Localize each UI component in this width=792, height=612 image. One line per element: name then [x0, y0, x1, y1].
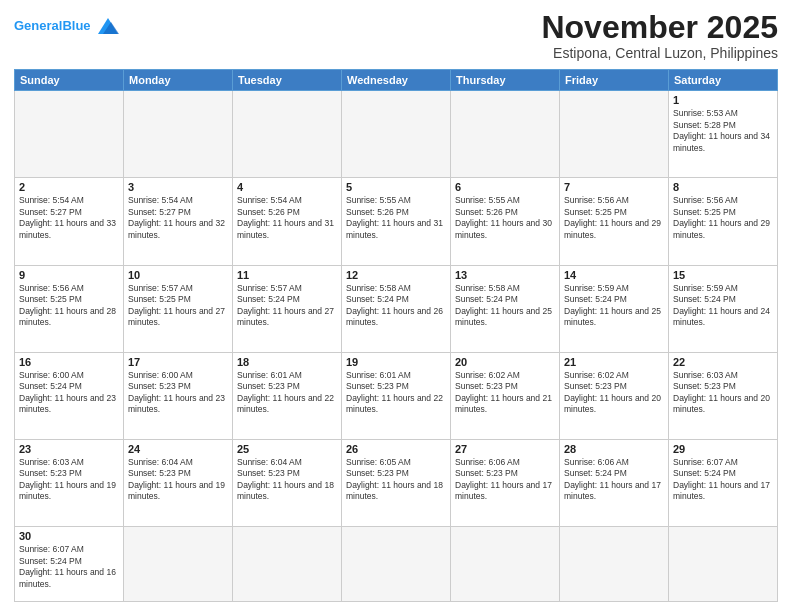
empty-cell	[233, 527, 342, 602]
day-num-12: 12	[346, 269, 446, 281]
day-num-7: 7	[564, 181, 664, 193]
day-11: 11 Sunrise: 5:57 AM Sunset: 5:24 PM Dayl…	[233, 265, 342, 352]
empty-cell	[451, 91, 560, 178]
day-info-20: Sunrise: 6:02 AM Sunset: 5:23 PM Dayligh…	[455, 370, 555, 416]
logo-text: GeneralBlue	[14, 19, 91, 33]
day-info-21: Sunrise: 6:02 AM Sunset: 5:23 PM Dayligh…	[564, 370, 664, 416]
day-info-11: Sunrise: 5:57 AM Sunset: 5:24 PM Dayligh…	[237, 283, 337, 329]
day-12: 12 Sunrise: 5:58 AM Sunset: 5:24 PM Dayl…	[342, 265, 451, 352]
day-num-20: 20	[455, 356, 555, 368]
col-tuesday: Tuesday	[233, 70, 342, 91]
day-9: 9 Sunrise: 5:56 AM Sunset: 5:25 PM Dayli…	[15, 265, 124, 352]
day-3: 3 Sunrise: 5:54 AM Sunset: 5:27 PM Dayli…	[124, 178, 233, 265]
day-info-26: Sunrise: 6:05 AM Sunset: 5:23 PM Dayligh…	[346, 457, 446, 503]
day-26: 26 Sunrise: 6:05 AM Sunset: 5:23 PM Dayl…	[342, 440, 451, 527]
day-17: 17 Sunrise: 6:00 AM Sunset: 5:23 PM Dayl…	[124, 352, 233, 439]
empty-cell	[560, 91, 669, 178]
day-info-28: Sunrise: 6:06 AM Sunset: 5:24 PM Dayligh…	[564, 457, 664, 503]
empty-cell	[233, 91, 342, 178]
day-info-30: Sunrise: 6:07 AM Sunset: 5:24 PM Dayligh…	[19, 544, 119, 590]
day-info-13: Sunrise: 5:58 AM Sunset: 5:24 PM Dayligh…	[455, 283, 555, 329]
col-thursday: Thursday	[451, 70, 560, 91]
logo-icon	[93, 14, 123, 38]
day-info-8: Sunrise: 5:56 AM Sunset: 5:25 PM Dayligh…	[673, 195, 773, 241]
col-sunday: Sunday	[15, 70, 124, 91]
month-title: November 2025	[541, 10, 778, 45]
day-info-2: Sunrise: 5:54 AM Sunset: 5:27 PM Dayligh…	[19, 195, 119, 241]
day-20: 20 Sunrise: 6:02 AM Sunset: 5:23 PM Dayl…	[451, 352, 560, 439]
day-info-16: Sunrise: 6:00 AM Sunset: 5:24 PM Dayligh…	[19, 370, 119, 416]
header: GeneralBlue November 2025 Estipona, Cent…	[14, 10, 778, 61]
day-info-12: Sunrise: 5:58 AM Sunset: 5:24 PM Dayligh…	[346, 283, 446, 329]
day-24: 24 Sunrise: 6:04 AM Sunset: 5:23 PM Dayl…	[124, 440, 233, 527]
day-info-6: Sunrise: 5:55 AM Sunset: 5:26 PM Dayligh…	[455, 195, 555, 241]
day-num-25: 25	[237, 443, 337, 455]
day-num-1: 1	[673, 94, 773, 106]
day-num-27: 27	[455, 443, 555, 455]
day-num-22: 22	[673, 356, 773, 368]
col-friday: Friday	[560, 70, 669, 91]
day-21: 21 Sunrise: 6:02 AM Sunset: 5:23 PM Dayl…	[560, 352, 669, 439]
logo-general: General	[14, 18, 62, 33]
week-row-1: 1 Sunrise: 5:53 AM Sunset: 5:28 PM Dayli…	[15, 91, 778, 178]
day-num-24: 24	[128, 443, 228, 455]
day-info-14: Sunrise: 5:59 AM Sunset: 5:24 PM Dayligh…	[564, 283, 664, 329]
day-info-7: Sunrise: 5:56 AM Sunset: 5:25 PM Dayligh…	[564, 195, 664, 241]
day-13: 13 Sunrise: 5:58 AM Sunset: 5:24 PM Dayl…	[451, 265, 560, 352]
week-row-4: 16 Sunrise: 6:00 AM Sunset: 5:24 PM Dayl…	[15, 352, 778, 439]
day-num-16: 16	[19, 356, 119, 368]
day-num-8: 8	[673, 181, 773, 193]
week-row-3: 9 Sunrise: 5:56 AM Sunset: 5:25 PM Dayli…	[15, 265, 778, 352]
day-num-19: 19	[346, 356, 446, 368]
empty-cell	[15, 91, 124, 178]
day-info-10: Sunrise: 5:57 AM Sunset: 5:25 PM Dayligh…	[128, 283, 228, 329]
day-23: 23 Sunrise: 6:03 AM Sunset: 5:23 PM Dayl…	[15, 440, 124, 527]
day-num-14: 14	[564, 269, 664, 281]
col-saturday: Saturday	[669, 70, 778, 91]
day-22: 22 Sunrise: 6:03 AM Sunset: 5:23 PM Dayl…	[669, 352, 778, 439]
day-25: 25 Sunrise: 6:04 AM Sunset: 5:23 PM Dayl…	[233, 440, 342, 527]
day-14: 14 Sunrise: 5:59 AM Sunset: 5:24 PM Dayl…	[560, 265, 669, 352]
day-num-4: 4	[237, 181, 337, 193]
day-num-11: 11	[237, 269, 337, 281]
empty-cell	[124, 91, 233, 178]
day-28: 28 Sunrise: 6:06 AM Sunset: 5:24 PM Dayl…	[560, 440, 669, 527]
day-num-29: 29	[673, 443, 773, 455]
title-block: November 2025 Estipona, Central Luzon, P…	[541, 10, 778, 61]
day-19: 19 Sunrise: 6:01 AM Sunset: 5:23 PM Dayl…	[342, 352, 451, 439]
day-6: 6 Sunrise: 5:55 AM Sunset: 5:26 PM Dayli…	[451, 178, 560, 265]
week-row-5: 23 Sunrise: 6:03 AM Sunset: 5:23 PM Dayl…	[15, 440, 778, 527]
calendar-table: Sunday Monday Tuesday Wednesday Thursday…	[14, 69, 778, 602]
day-18: 18 Sunrise: 6:01 AM Sunset: 5:23 PM Dayl…	[233, 352, 342, 439]
day-info-24: Sunrise: 6:04 AM Sunset: 5:23 PM Dayligh…	[128, 457, 228, 503]
day-15: 15 Sunrise: 5:59 AM Sunset: 5:24 PM Dayl…	[669, 265, 778, 352]
week-row-2: 2 Sunrise: 5:54 AM Sunset: 5:27 PM Dayli…	[15, 178, 778, 265]
empty-cell	[342, 91, 451, 178]
col-monday: Monday	[124, 70, 233, 91]
day-num-3: 3	[128, 181, 228, 193]
week-row-6: 30 Sunrise: 6:07 AM Sunset: 5:24 PM Dayl…	[15, 527, 778, 602]
day-info-15: Sunrise: 5:59 AM Sunset: 5:24 PM Dayligh…	[673, 283, 773, 329]
day-num-5: 5	[346, 181, 446, 193]
day-info-3: Sunrise: 5:54 AM Sunset: 5:27 PM Dayligh…	[128, 195, 228, 241]
empty-cell	[669, 527, 778, 602]
day-num-2: 2	[19, 181, 119, 193]
day-num-10: 10	[128, 269, 228, 281]
day-16: 16 Sunrise: 6:00 AM Sunset: 5:24 PM Dayl…	[15, 352, 124, 439]
day-num-21: 21	[564, 356, 664, 368]
day-5: 5 Sunrise: 5:55 AM Sunset: 5:26 PM Dayli…	[342, 178, 451, 265]
day-7: 7 Sunrise: 5:56 AM Sunset: 5:25 PM Dayli…	[560, 178, 669, 265]
day-27: 27 Sunrise: 6:06 AM Sunset: 5:23 PM Dayl…	[451, 440, 560, 527]
day-info-9: Sunrise: 5:56 AM Sunset: 5:25 PM Dayligh…	[19, 283, 119, 329]
day-num-30: 30	[19, 530, 119, 542]
day-2: 2 Sunrise: 5:54 AM Sunset: 5:27 PM Dayli…	[15, 178, 124, 265]
day-num-15: 15	[673, 269, 773, 281]
day-4: 4 Sunrise: 5:54 AM Sunset: 5:26 PM Dayli…	[233, 178, 342, 265]
day-num-28: 28	[564, 443, 664, 455]
empty-cell	[342, 527, 451, 602]
day-info-5: Sunrise: 5:55 AM Sunset: 5:26 PM Dayligh…	[346, 195, 446, 241]
weekday-header-row: Sunday Monday Tuesday Wednesday Thursday…	[15, 70, 778, 91]
day-info-27: Sunrise: 6:06 AM Sunset: 5:23 PM Dayligh…	[455, 457, 555, 503]
day-num-13: 13	[455, 269, 555, 281]
day-num-23: 23	[19, 443, 119, 455]
